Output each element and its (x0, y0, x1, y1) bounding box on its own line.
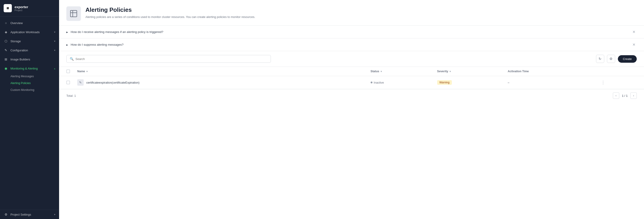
th-actions (596, 67, 644, 76)
row-actions-cell: ⋮ (596, 76, 644, 89)
faq-question-2: How do I suppress alerting messages? (71, 43, 628, 46)
sidebar: ◾ exporter Project ○ Overview ◈ Applicat… (0, 0, 59, 219)
chevron-up-icon: ▴ (54, 67, 56, 70)
refresh-button[interactable]: ↻ (596, 55, 604, 63)
sidebar-item-monitoring-alerting[interactable]: ◉ Monitoring & Alerting ▴ (0, 64, 59, 73)
select-all-checkbox[interactable] (66, 70, 70, 73)
search-icon: 🔍 (70, 57, 74, 61)
sidebar-item-label: Configuration (10, 48, 52, 52)
sidebar-item-application-workloads[interactable]: ◈ Application Workloads ▾ (0, 28, 59, 36)
chevron-down-icon: ▾ (54, 213, 56, 216)
th-activation-time: Activation Time (504, 67, 596, 76)
sidebar-nav: ○ Overview ◈ Application Workloads ▾ ⬡ S… (0, 16, 59, 210)
sidebar-item-label: Application Workloads (10, 30, 52, 34)
workloads-icon: ◈ (4, 30, 8, 34)
settings-button[interactable]: ⚙ (607, 55, 615, 63)
page-header: Alerting Policies Alerting policies are … (59, 0, 644, 26)
config-icon: ✎ (4, 48, 8, 52)
faq-close-button-1[interactable]: ✕ (631, 29, 637, 34)
content-area: Alerting Policies Alerting policies are … (59, 0, 644, 219)
sidebar-item-project-settings[interactable]: ⚙ Project Settings ▾ (0, 210, 59, 219)
status-badge: Inactive (371, 81, 384, 84)
page-info: 1 / 1 (622, 94, 628, 98)
sort-arrow-icon: ▼ (449, 70, 451, 73)
faq-close-button-2[interactable]: ✕ (631, 42, 637, 47)
table-row: ✎ certificateexpiration(certificateExpir… (59, 76, 644, 89)
prev-page-button[interactable]: ‹ (613, 92, 619, 99)
sidebar-item-label: Project Settings (10, 213, 52, 216)
faq-chevron-icon[interactable]: ▸ (66, 30, 68, 34)
table-header-row: Name ▼ Status ▼ (59, 67, 644, 76)
name-col-label: Name (77, 70, 85, 73)
page-title: Alerting Policies (86, 6, 255, 14)
policies-table: Name ▼ Status ▼ (59, 67, 644, 89)
settings-icon: ⚙ (4, 212, 8, 217)
overview-icon: ○ (4, 21, 8, 25)
total-count: Total: 1 (66, 94, 76, 98)
sidebar-item-image-builders[interactable]: ⊞ Image Builders (0, 55, 59, 64)
sidebar-item-label: Monitoring & Alerting (10, 67, 52, 70)
sidebar-bottom: ⚙ Project Settings ▾ (0, 210, 59, 219)
page-body: Alerting Policies Alerting policies are … (59, 0, 644, 219)
sidebar-item-alerting-messages[interactable]: Alerting Messages (10, 73, 59, 80)
sort-arrow-icon: ▼ (380, 70, 382, 73)
severity-col-label: Severity (437, 70, 448, 73)
sidebar-item-label: Storage (10, 40, 52, 43)
monitoring-sub-nav: Alerting Messages Alerting Policies Cust… (0, 73, 59, 93)
row-status-cell: Inactive (367, 76, 434, 89)
table-container: Name ▼ Status ▼ (59, 67, 644, 89)
page-header-icon (66, 6, 81, 21)
sidebar-item-overview[interactable]: ○ Overview (0, 18, 59, 28)
chevron-down-icon: ▾ (54, 40, 56, 43)
row-checkbox-cell (59, 76, 74, 89)
activation-time-col-label: Activation Time (508, 70, 529, 73)
sort-arrow-icon: ▼ (86, 70, 88, 73)
faq-item-2: ▸ How do I suppress alerting messages? ✕ (59, 38, 644, 51)
create-button[interactable]: Create (618, 55, 637, 63)
sidebar-item-label: Overview (10, 21, 56, 25)
row-name-cell: ✎ certificateexpiration(certificateExpir… (74, 76, 367, 89)
sidebar-app-info: exporter Project (14, 5, 28, 12)
chevron-down-icon: ▾ (54, 31, 56, 34)
row-actions-menu-button[interactable]: ⋮ (599, 79, 607, 86)
th-severity: Severity ▼ (434, 67, 504, 76)
next-page-button[interactable]: › (630, 92, 637, 99)
severity-badge: Warning (437, 80, 452, 85)
status-sort-header[interactable]: Status ▼ (371, 70, 430, 73)
severity-sort-header[interactable]: Severity ▼ (437, 70, 500, 73)
page-header-text: Alerting Policies Alerting policies are … (86, 6, 255, 19)
search-input[interactable] (76, 57, 268, 61)
status-text: Inactive (374, 81, 384, 84)
sidebar-item-custom-monitoring[interactable]: Custom Monitoring (10, 86, 59, 93)
th-checkbox (59, 67, 74, 76)
main-content: Alerting Policies Alerting policies are … (59, 0, 644, 219)
sidebar-item-alerting-policies[interactable]: Alerting Policies (10, 80, 59, 86)
toolbar: 🔍 ↻ ⚙ Create (59, 51, 644, 67)
name-sort-header[interactable]: Name ▼ (77, 70, 363, 73)
row-checkbox[interactable] (66, 81, 70, 84)
svg-rect-0 (70, 10, 77, 17)
row-activation-time-cell: – (504, 76, 596, 89)
monitoring-icon: ◉ (4, 66, 8, 71)
th-name: Name ▼ (74, 67, 367, 76)
sidebar-item-configuration[interactable]: ✎ Configuration ▾ (0, 46, 59, 55)
app-subtitle: Project (14, 9, 28, 12)
sidebar-item-storage[interactable]: ⬡ Storage ▾ (0, 36, 59, 46)
activation-time-value: – (508, 81, 509, 84)
app-logo: ◾ (4, 4, 12, 12)
status-dot (371, 82, 372, 83)
faq-chevron-icon[interactable]: ▸ (66, 43, 68, 46)
status-col-label: Status (371, 70, 379, 73)
chevron-down-icon: ▾ (54, 49, 56, 52)
app-name: exporter (14, 5, 28, 9)
sidebar-header: ◾ exporter Project (0, 0, 59, 16)
pagination: ‹ 1 / 1 › (613, 92, 637, 99)
table-footer: Total: 1 ‹ 1 / 1 › (59, 89, 644, 102)
row-severity-cell: Warning (434, 76, 504, 89)
row-policy-icon: ✎ (77, 79, 84, 86)
row-name: certificateexpiration(certificateExpirat… (86, 81, 140, 84)
faq-question-1: How do I receive alerting messages if an… (71, 30, 628, 34)
page-description: Alerting policies are a series of condit… (86, 15, 255, 19)
image-builders-icon: ⊞ (4, 57, 8, 62)
search-box[interactable]: 🔍 (66, 55, 271, 63)
